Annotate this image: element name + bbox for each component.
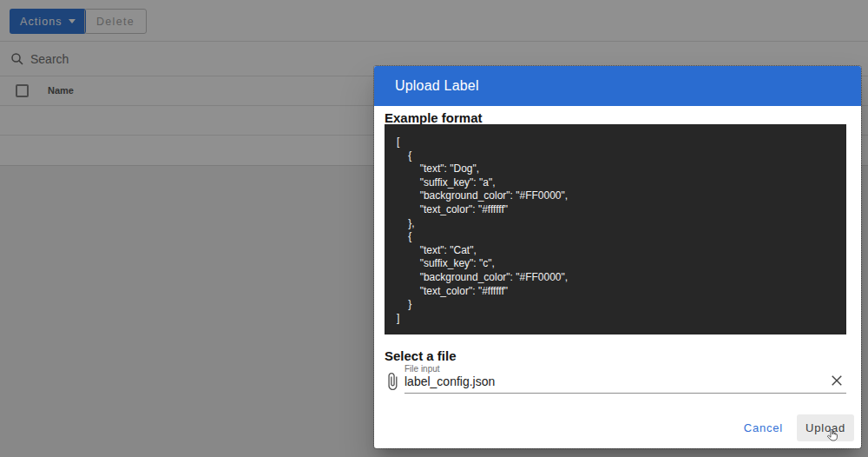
mouse-hand-cursor <box>825 427 839 443</box>
example-code: [ { "text": "Dog", "suffix_key": "a", "b… <box>397 136 846 325</box>
example-format-heading: Example format <box>385 110 483 125</box>
select-file-heading: Select a file <box>385 348 457 363</box>
clear-file-icon[interactable] <box>829 373 845 388</box>
file-input-field[interactable]: label_config.json <box>404 374 495 388</box>
upload-label-dialog: Upload Label Example format [ { "text": … <box>374 66 861 448</box>
file-input-label: File input <box>404 364 440 374</box>
app-window: Actions Delete Search Name Upload Label <box>0 0 868 457</box>
file-input-underline <box>404 393 846 394</box>
paperclip-icon <box>383 372 402 391</box>
example-code-block: [ { "text": "Dog", "suffix_key": "a", "b… <box>385 124 846 334</box>
cancel-button[interactable]: Cancel <box>735 414 792 441</box>
dialog-header: Upload Label <box>374 66 861 106</box>
dialog-title: Upload Label <box>395 78 479 94</box>
